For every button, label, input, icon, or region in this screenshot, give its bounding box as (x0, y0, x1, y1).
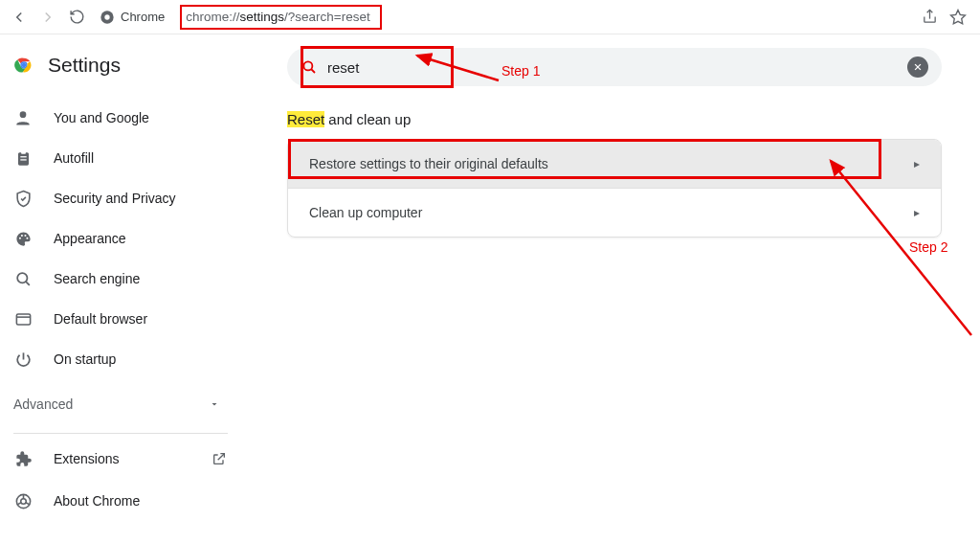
sidebar-item-label: On startup (54, 351, 116, 367)
sidebar-item-on-startup[interactable]: On startup (0, 339, 241, 379)
sidebar-advanced-toggle[interactable]: Advanced (0, 383, 241, 425)
settings-sidebar: Settings You and Google Autofill Securit… (0, 34, 249, 543)
clipboard-icon (13, 148, 33, 168)
about-label: About Chrome (54, 493, 140, 509)
back-button[interactable] (8, 6, 31, 29)
browser-window-icon (13, 309, 33, 328)
chevron-right-icon: ▸ (914, 157, 920, 170)
sidebar-item-about-chrome[interactable]: About Chrome (0, 480, 241, 522)
sidebar-item-default-browser[interactable]: Default browser (0, 299, 241, 339)
chevron-down-icon (209, 398, 220, 410)
settings-main: Reset and clean up Restore settings to t… (249, 34, 980, 543)
sidebar-item-appearance[interactable]: Appearance (0, 218, 241, 259)
shield-icon (13, 189, 33, 208)
palette-icon (13, 229, 33, 248)
open-in-new-icon (211, 450, 228, 467)
sidebar-item-you-and-google[interactable]: You and Google (0, 98, 241, 138)
svg-point-25 (303, 61, 312, 70)
highlight-text: Reset (287, 111, 324, 127)
svg-line-26 (311, 69, 315, 73)
svg-line-24 (25, 502, 29, 504)
browser-label: Chrome (121, 10, 165, 24)
svg-rect-18 (16, 313, 30, 324)
svg-rect-8 (17, 152, 28, 165)
sidebar-item-label: Search engine (54, 271, 140, 286)
chevron-right-icon: ▸ (914, 206, 920, 219)
svg-point-16 (17, 273, 27, 283)
svg-point-14 (24, 234, 26, 236)
svg-rect-10 (20, 156, 26, 157)
settings-title: Settings (48, 54, 121, 77)
sidebar-item-security[interactable]: Security and Privacy (0, 178, 241, 218)
svg-point-21 (20, 498, 26, 504)
restore-settings-label: Restore settings to their original defau… (309, 156, 548, 171)
chrome-outline-icon (13, 491, 33, 510)
svg-line-23 (17, 502, 21, 504)
power-icon (13, 350, 33, 369)
svg-point-7 (20, 111, 27, 118)
settings-search-bar[interactable] (287, 48, 942, 86)
person-icon (13, 108, 33, 127)
forward-button[interactable] (36, 6, 59, 29)
sidebar-item-label: You and Google (54, 110, 149, 125)
settings-header: Settings (0, 52, 241, 98)
sidebar-item-label: Autofill (54, 150, 94, 166)
svg-marker-2 (951, 10, 966, 23)
star-icon[interactable] (949, 9, 967, 26)
sidebar-item-extensions[interactable]: Extensions (0, 438, 241, 480)
cleanup-computer-label: Clean up computer (309, 205, 422, 220)
sidebar-item-label: Appearance (54, 231, 126, 246)
browser-origin-chip: Chrome (100, 10, 165, 25)
sidebar-item-label: Default browser (54, 311, 147, 327)
svg-rect-9 (21, 150, 26, 153)
settings-search-input[interactable] (327, 59, 898, 76)
sidebar-item-label: Security and Privacy (54, 191, 176, 206)
svg-rect-11 (20, 159, 26, 160)
extension-icon (13, 449, 33, 468)
sidebar-item-search-engine[interactable]: Search engine (0, 259, 241, 299)
svg-point-1 (104, 14, 109, 19)
share-icon[interactable] (921, 9, 938, 26)
browser-toolbar: Chrome chrome://settings/?search=reset (0, 0, 980, 34)
svg-point-6 (22, 63, 27, 68)
address-bar[interactable]: chrome://settings/?search=reset (180, 5, 382, 30)
reset-card: Restore settings to their original defau… (287, 139, 942, 238)
advanced-label: Advanced (13, 396, 73, 412)
chrome-logo-icon (13, 55, 34, 76)
svg-line-17 (26, 282, 30, 285)
section-title-reset: Reset and clean up (287, 111, 942, 127)
svg-point-12 (18, 237, 20, 238)
restore-settings-row[interactable]: Restore settings to their original defau… (288, 140, 941, 188)
svg-point-13 (20, 234, 22, 236)
cleanup-computer-row[interactable]: Clean up computer ▸ (288, 188, 941, 237)
sidebar-divider (13, 433, 228, 434)
sidebar-item-autofill[interactable]: Autofill (0, 138, 241, 178)
extensions-label: Extensions (54, 451, 119, 466)
chrome-icon (100, 10, 115, 25)
search-icon (301, 58, 318, 76)
search-icon (13, 269, 33, 288)
svg-point-15 (26, 237, 28, 238)
reload-button[interactable] (65, 6, 88, 29)
clear-search-button[interactable] (907, 57, 928, 78)
